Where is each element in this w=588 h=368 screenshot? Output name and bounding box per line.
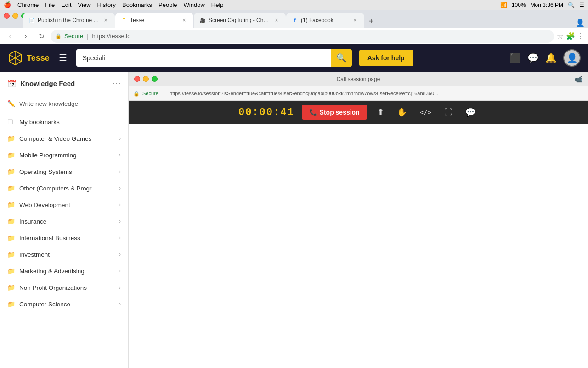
screen-share-icon[interactable]: ⬛ — [509, 52, 521, 63]
tab-close-fb[interactable]: × — [351, 17, 359, 24]
notification-center-icon[interactable]: ☰ — [579, 2, 584, 8]
category-label-7: Investment — [19, 251, 114, 258]
mac-menubar: 🍎 Chrome File Edit View History Bookmark… — [0, 0, 588, 10]
code-icon[interactable]: </> — [417, 106, 434, 119]
modal-minimize-btn[interactable] — [143, 76, 149, 82]
ask-for-help-button[interactable]: Ask for help — [359, 50, 413, 66]
modal-url-display: https://tesse.io/session?isSender=true&c… — [170, 91, 438, 96]
chrome-profile-icon[interactable]: 👤 — [575, 17, 585, 28]
hamburger-btn[interactable]: ☰ — [57, 51, 69, 65]
history-menu[interactable]: History — [97, 1, 116, 8]
url-bar[interactable]: 🔒 Secure | https://tesse.io — [51, 30, 554, 43]
chrome-addressbar: ‹ › ↻ 🔒 Secure | https://tesse.io ☆ 🧩 ⋮ — [0, 28, 588, 44]
sidebar-category-7[interactable]: 📁 Investment › — [0, 246, 128, 263]
sidebar-category-1[interactable]: 📁 Mobile Programming › — [0, 147, 128, 163]
arrow-icon-1: › — [119, 152, 121, 158]
app-logo: Tesse — [7, 50, 50, 66]
sidebar-category-4[interactable]: 📁 Web Development › — [0, 196, 128, 213]
modal-title: Call session page — [337, 76, 380, 82]
window-close-btn[interactable] — [4, 13, 10, 19]
chrome-browser-frame: 📄 Publish in the Chrome Web St... × T Te… — [0, 10, 588, 44]
folder-icon-9: 📁 — [7, 284, 15, 291]
bookmark-star-icon[interactable]: ☆ — [557, 32, 563, 40]
chrome-extensions-icon[interactable]: 🧩 — [566, 32, 575, 40]
search-button[interactable]: 🔍 — [331, 49, 352, 67]
tab-facebook[interactable]: f (1) Facebook × — [286, 13, 364, 28]
stop-session-button[interactable]: 📞 Stop session — [302, 105, 367, 120]
secure-label: Secure — [64, 33, 83, 40]
sidebar-category-6[interactable]: 📁 International Business › — [0, 230, 128, 246]
header-right: ⬛ 💬 🔔 👤 — [509, 49, 581, 67]
back-btn[interactable]: ‹ — [4, 30, 17, 43]
chrome-menu[interactable]: Chrome — [17, 1, 39, 8]
window-menu[interactable]: Window — [184, 1, 205, 8]
user-avatar[interactable]: 👤 — [563, 49, 581, 67]
sidebar-header: 📅 Knowledge Feed ⋯ — [0, 72, 128, 95]
modal-titlebar: Call session page 📹 — [129, 72, 588, 86]
category-label-6: International Business — [19, 235, 114, 242]
tab-tesse[interactable]: T Tesse × — [115, 13, 193, 28]
sidebar-more-btn[interactable]: ⋯ — [113, 78, 121, 88]
tab-close-tesse[interactable]: × — [181, 17, 188, 24]
chat-icon[interactable]: 💬 — [527, 52, 539, 63]
bell-icon[interactable]: 🔔 — [545, 52, 557, 63]
modal-urlbar: 🔒 Secure | https://tesse.io/session?isSe… — [129, 86, 588, 101]
tab-title-tesse: Tesse — [130, 17, 178, 23]
modal-secure-label: Secure — [142, 91, 158, 96]
reload-btn[interactable]: ↻ — [35, 30, 48, 43]
tab-publish[interactable]: 📄 Publish in the Chrome Web St... × — [23, 13, 115, 28]
chat-message-icon[interactable]: 💬 — [463, 104, 478, 120]
arrow-icon-9: › — [119, 284, 121, 291]
search-input[interactable] — [76, 49, 331, 67]
sidebar-category-2[interactable]: 📁 Operating Systems › — [0, 163, 128, 180]
phone-stop-icon: 📞 — [309, 109, 317, 116]
wifi-icon: 📶 — [500, 2, 507, 8]
help-menu[interactable]: Help — [211, 1, 224, 8]
lock-icon: 🔒 — [55, 33, 62, 39]
write-new-knowledge-item[interactable]: ✏️ Write new knowledge — [0, 95, 128, 114]
people-menu[interactable]: People — [158, 1, 177, 8]
folder-icon-2: 📁 — [7, 168, 15, 175]
sidebar-category-3[interactable]: 📁 Other (Computers & Progr... › — [0, 180, 128, 196]
header-search: 🔍 — [76, 49, 352, 67]
folder-icon-0: 📁 — [7, 135, 15, 142]
arrow-icon-8: › — [119, 268, 121, 274]
content-area: 👤 What 👤 Riden A... Be ca... My writ... … — [129, 72, 588, 368]
edit-menu[interactable]: Edit — [61, 1, 71, 8]
apple-menu[interactable]: 🍎 — [4, 1, 11, 8]
modal-lock-icon: 🔒 — [133, 91, 140, 97]
fullscreen-icon[interactable]: ⛶ — [441, 105, 455, 120]
sidebar-category-9[interactable]: 📁 Non Profit Organizations › — [0, 279, 128, 296]
chrome-settings-icon[interactable]: ⋮ — [577, 32, 584, 40]
folder-icon-4: 📁 — [7, 201, 15, 208]
search-spotlight-icon[interactable]: 🔍 — [568, 2, 575, 8]
sidebar-category-5[interactable]: 📁 Insurance › — [0, 213, 128, 230]
hand-icon[interactable]: ✋ — [394, 104, 410, 120]
mac-menu-right: 📶 100% Mon 3:36 PM 🔍 ☰ — [500, 2, 584, 8]
bookmarks-menu[interactable]: Bookmarks — [122, 1, 152, 8]
arrow-icon-7: › — [119, 251, 121, 258]
tab-close-screen[interactable]: × — [273, 17, 280, 24]
file-menu[interactable]: File — [45, 1, 55, 8]
bookmark-icon: ☐ — [7, 118, 15, 126]
sidebar-category-10[interactable]: 📁 Computer Science › — [0, 296, 128, 312]
folder-icon-6: 📁 — [7, 234, 15, 242]
url-display: https://tesse.io — [92, 33, 131, 40]
category-label-0: Computer & Video Games — [19, 135, 114, 142]
sidebar-category-8[interactable]: 📁 Marketing & Advertising › — [0, 263, 128, 279]
tab-screen-capture[interactable]: 🎥 Screen Capturing - Chrome We... × — [194, 13, 286, 28]
tab-favicon-tesse: T — [121, 17, 127, 23]
modal-close-btn[interactable] — [134, 76, 140, 82]
window-minimize-btn[interactable] — [12, 13, 18, 19]
new-tab-btn[interactable]: + — [365, 15, 378, 28]
sidebar-bookmarks-item[interactable]: ☐ My bookmarks — [0, 114, 128, 130]
share-screen-icon[interactable]: ⬆ — [374, 104, 387, 120]
call-timer: 00:00:41 — [238, 107, 294, 118]
forward-btn[interactable]: › — [19, 30, 32, 43]
view-menu[interactable]: View — [78, 1, 91, 8]
call-control-bar: 00:00:41 📞 Stop session ⬆ ✋ </> ⛶ 💬 — [129, 101, 588, 124]
tab-close-publish[interactable]: × — [102, 17, 109, 24]
sidebar-category-0[interactable]: 📁 Computer & Video Games › — [0, 130, 128, 147]
modal-zoom-btn[interactable] — [152, 76, 158, 82]
tab-favicon-screen: 🎥 — [199, 17, 206, 23]
